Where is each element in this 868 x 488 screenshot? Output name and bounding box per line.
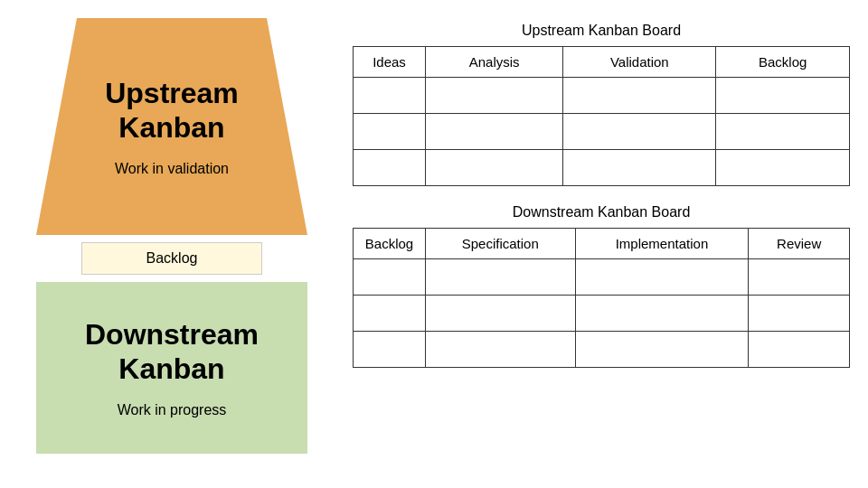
downstream-kanban-table: Backlog Specification Implementation Rev… bbox=[353, 228, 850, 368]
upstream-board-title: Upstream Kanban Board bbox=[353, 23, 850, 39]
table-cell bbox=[716, 150, 850, 186]
downstream-header-row: Backlog Specification Implementation Rev… bbox=[354, 229, 850, 259]
downstream-title: Downstream Kanban bbox=[85, 317, 259, 387]
upstream-subtitle: Work in validation bbox=[115, 161, 229, 177]
downstream-board-section: Downstream Kanban Board Backlog Specific… bbox=[353, 204, 850, 368]
downstream-col-implementation: Implementation bbox=[575, 229, 749, 259]
backlog-label: Backlog bbox=[146, 250, 198, 267]
upstream-title: Upstream Kanban bbox=[105, 76, 239, 145]
downstream-col-backlog: Backlog bbox=[354, 229, 426, 259]
table-cell bbox=[563, 150, 716, 186]
table-row bbox=[354, 332, 850, 368]
table-cell bbox=[575, 332, 749, 368]
table-cell bbox=[575, 259, 749, 296]
table-cell bbox=[749, 296, 850, 332]
main-container: Upstream Kanban Work in validation Backl… bbox=[0, 0, 868, 488]
table-cell bbox=[426, 114, 563, 150]
upstream-kanban-table: Ideas Analysis Validation Backlog bbox=[353, 46, 850, 186]
table-cell bbox=[563, 78, 716, 114]
table-row bbox=[354, 296, 850, 332]
table-cell bbox=[426, 332, 576, 368]
table-cell bbox=[749, 259, 850, 296]
table-row bbox=[354, 114, 850, 150]
table-cell bbox=[354, 259, 426, 296]
table-cell bbox=[354, 150, 426, 186]
table-cell bbox=[716, 78, 850, 114]
table-cell bbox=[426, 296, 576, 332]
right-panel: Upstream Kanban Board Ideas Analysis Val… bbox=[353, 18, 850, 470]
upstream-col-ideas: Ideas bbox=[354, 47, 426, 78]
upstream-col-backlog: Backlog bbox=[716, 47, 850, 78]
table-cell bbox=[354, 78, 426, 114]
table-cell bbox=[426, 150, 563, 186]
downstream-col-specification: Specification bbox=[426, 229, 576, 259]
table-cell bbox=[749, 332, 850, 368]
table-cell bbox=[354, 296, 426, 332]
upstream-col-analysis: Analysis bbox=[426, 47, 563, 78]
upstream-col-validation: Validation bbox=[563, 47, 716, 78]
left-panel: Upstream Kanban Work in validation Backl… bbox=[18, 18, 326, 470]
table-cell bbox=[426, 78, 563, 114]
table-cell bbox=[354, 332, 426, 368]
table-cell bbox=[354, 114, 426, 150]
downstream-kanban-shape: Downstream Kanban Work in progress bbox=[36, 282, 307, 454]
downstream-col-review: Review bbox=[749, 229, 850, 259]
table-row bbox=[354, 150, 850, 186]
downstream-board-title: Downstream Kanban Board bbox=[353, 204, 850, 221]
upstream-header-row: Ideas Analysis Validation Backlog bbox=[354, 47, 850, 78]
table-cell bbox=[575, 296, 749, 332]
table-cell bbox=[563, 114, 716, 150]
upstream-board-section: Upstream Kanban Board Ideas Analysis Val… bbox=[353, 23, 850, 186]
downstream-subtitle: Work in progress bbox=[118, 402, 227, 418]
table-cell bbox=[426, 259, 576, 296]
upstream-kanban-shape: Upstream Kanban Work in validation bbox=[36, 18, 307, 235]
backlog-label-box: Backlog bbox=[81, 242, 262, 275]
table-row bbox=[354, 78, 850, 114]
table-cell bbox=[716, 114, 850, 150]
table-row bbox=[354, 259, 850, 296]
